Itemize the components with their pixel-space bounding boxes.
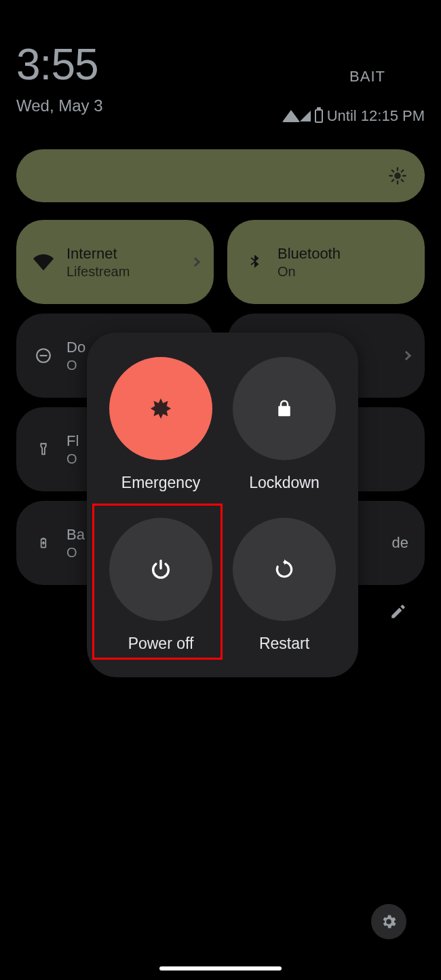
emergency-icon (109, 357, 212, 460)
power-menu-restart[interactable]: Restart (223, 508, 346, 662)
tile-title: Bluetooth (277, 245, 341, 263)
tile-title: de (392, 534, 408, 552)
tile-subtitle: Lifestream (66, 264, 130, 280)
gesture-nav-bar[interactable] (159, 966, 282, 970)
svg-line-8 (402, 170, 403, 172)
wifi-icon (33, 251, 54, 273)
chevron-right-icon (192, 259, 199, 265)
tile-title: Ba (66, 526, 85, 544)
battery-icon (315, 109, 323, 123)
battery-saver-icon (33, 532, 54, 554)
carrier-label: BAIT (349, 68, 385, 86)
brightness-slider[interactable] (16, 149, 425, 202)
tile-subtitle: O (66, 451, 79, 467)
wifi-icon (282, 110, 300, 122)
power-menu-label: Restart (259, 635, 309, 653)
tile-title: Fl (66, 432, 79, 450)
settings-button[interactable] (371, 904, 406, 939)
power-menu-label: Lockdown (249, 474, 320, 492)
cellular-icon (300, 111, 311, 121)
svg-point-0 (394, 172, 400, 178)
tile-subtitle: On (277, 264, 341, 280)
tile-title: Internet (66, 245, 130, 263)
tile-subtitle: O (66, 358, 85, 373)
tile-bluetooth[interactable]: Bluetooth On (227, 220, 425, 304)
power-menu-emergency[interactable]: Emergency (99, 347, 223, 502)
tile-subtitle: O (66, 545, 85, 561)
power-menu-lockdown[interactable]: Lockdown (223, 347, 346, 502)
chevron-right-icon (403, 352, 410, 359)
bluetooth-icon (244, 251, 265, 273)
svg-line-5 (392, 170, 394, 172)
tile-internet[interactable]: Internet Lifestream (16, 220, 214, 304)
svg-rect-12 (42, 538, 44, 540)
power-menu-label: Emergency (121, 474, 200, 492)
battery-until-label: Until 12:15 PM (327, 107, 425, 125)
edit-tiles-button[interactable] (389, 603, 407, 623)
annotation-highlight-poweroff (92, 504, 223, 660)
brightness-icon (388, 166, 407, 185)
status-icons: Until 12:15 PM (284, 107, 425, 125)
flashlight-icon (33, 438, 54, 460)
lockdown-icon (233, 357, 336, 460)
tile-title: Do (66, 339, 85, 356)
svg-line-7 (392, 180, 394, 181)
dnd-icon (33, 345, 54, 366)
restart-icon (233, 518, 336, 621)
svg-line-6 (402, 180, 403, 181)
